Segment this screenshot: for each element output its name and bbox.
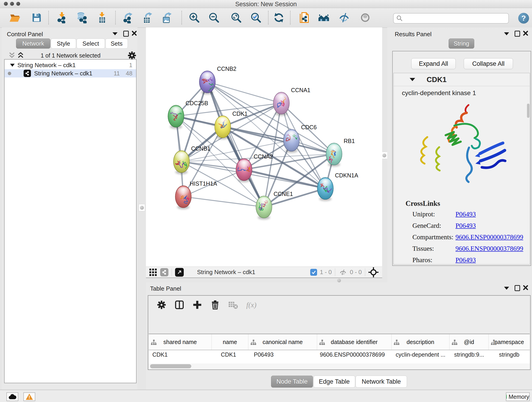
network-edge[interactable] — [264, 188, 325, 207]
hidden-eye-slash-icon[interactable] — [338, 268, 348, 276]
column-header-description[interactable]: description — [392, 334, 450, 350]
network-row-selected[interactable]: String Network – cdk1 11 48 — [5, 69, 136, 77]
panel-menu-icon[interactable] — [113, 32, 118, 35]
tab-string-results[interactable]: String — [449, 38, 474, 49]
panel-close-icon[interactable] — [523, 31, 528, 36]
scrollbar-thumb[interactable] — [150, 364, 191, 368]
network-edge[interactable] — [207, 82, 264, 207]
left-splitter-handle[interactable] — [139, 204, 145, 211]
section-collapse-icon[interactable] — [410, 78, 415, 81]
share-network-file-button[interactable] — [296, 10, 312, 26]
network-node-CCNE1[interactable]: CCNE1 — [256, 191, 293, 220]
show-columns-button[interactable] — [172, 298, 186, 312]
crosslink-value[interactable]: 9606.ENSP00000378699 — [456, 233, 530, 241]
column-header-namespace[interactable]: namespace — [489, 334, 530, 350]
refresh-view-button[interactable] — [271, 10, 287, 26]
network-node-CDKN1A[interactable]: CDKN1A — [317, 172, 358, 201]
panel-float-icon[interactable] — [515, 31, 520, 37]
hierarchy-icon — [491, 340, 496, 345]
protein-section-header[interactable]: CDK1 — [394, 73, 530, 86]
tab-network-table[interactable]: Network Table — [355, 376, 407, 388]
expand-all-button[interactable]: Expand All — [411, 58, 456, 69]
export-image-button[interactable] — [159, 10, 175, 26]
memory-button[interactable]: Memory — [506, 392, 530, 401]
visibility-button[interactable] — [357, 10, 373, 26]
add-column-button[interactable] — [190, 298, 204, 312]
zoom-in-icon — [189, 12, 200, 23]
tab-sets[interactable]: Sets — [105, 38, 128, 49]
tab-select[interactable]: Select — [76, 38, 105, 49]
grid-view-icon[interactable] — [149, 268, 157, 276]
network-edge[interactable] — [207, 82, 281, 103]
panel-menu-icon[interactable] — [504, 287, 509, 290]
panel-menu-icon[interactable] — [504, 32, 509, 35]
zoom-selected-button[interactable] — [248, 10, 264, 26]
table-horizontal-scrollbar[interactable] — [149, 364, 530, 370]
open-session-button[interactable] — [7, 10, 23, 26]
tab-node-table[interactable]: Node Table — [271, 376, 313, 388]
tab-style[interactable]: Style — [51, 38, 76, 49]
export-table-button[interactable] — [140, 10, 156, 26]
search-input[interactable] — [405, 15, 508, 22]
table-gear-button[interactable] — [155, 298, 168, 312]
network-canvas[interactable]: CCNB2CCNA1CDC25BCDK1CDC6RB1CCNB1CCNA2CDK… — [146, 27, 382, 267]
import-network-button[interactable] — [54, 10, 70, 26]
tab-edge-table[interactable]: Edge Table — [313, 376, 355, 388]
panel-close-icon[interactable] — [132, 31, 137, 36]
hide-unhide-button[interactable] — [336, 10, 352, 26]
refresh-icon — [273, 12, 284, 23]
import-table-button[interactable] — [94, 10, 110, 26]
node-label-CDK1: CDK1 — [232, 110, 248, 117]
panel-float-icon[interactable] — [515, 285, 520, 291]
export-network-button[interactable] — [120, 10, 136, 26]
network-edge[interactable] — [183, 197, 264, 207]
network-edge[interactable] — [244, 170, 325, 188]
crosslink-value[interactable]: P06493 — [456, 256, 530, 264]
delete-column-button[interactable] — [208, 298, 222, 312]
crosslink-value[interactable]: P06493 — [456, 222, 530, 230]
network-node-CCNB2[interactable]: CCNB2 — [199, 65, 236, 95]
hidden-count: 0 - 0 — [350, 269, 362, 276]
table-row[interactable]: CDK1 CDK1 P06493 9606.ENSP00000378699 cy… — [149, 350, 530, 359]
gear-icon[interactable] — [127, 51, 137, 60]
help-button[interactable]: ? — [518, 13, 529, 24]
panel-float-icon[interactable] — [123, 31, 129, 37]
home-networks-button[interactable] — [316, 10, 332, 26]
string-network-badge[interactable] — [160, 268, 168, 276]
warning-status-button[interactable]: ! — [23, 392, 35, 401]
import-network-from-database-button[interactable] — [73, 10, 89, 26]
zoom-fit-button[interactable] — [228, 10, 244, 26]
save-session-button[interactable] — [29, 10, 45, 26]
results-panel-title: Results Panel — [395, 31, 431, 38]
warning-glyph: ! — [29, 395, 30, 400]
current-network-dot — [8, 72, 11, 75]
column-header-canonical-name[interactable]: canonical name — [248, 334, 317, 350]
network-node-HIST1H1A[interactable]: HIST1H1A — [175, 180, 217, 209]
network-node-RB1[interactable]: RB1 — [326, 138, 355, 167]
crosslink-value[interactable]: P06493 — [456, 211, 530, 218]
network-node-CCNA1[interactable]: CCNA1 — [273, 87, 310, 116]
tab-network[interactable]: Network — [16, 38, 51, 49]
column-header-id[interactable]: @id — [450, 334, 489, 350]
crosshair-icon[interactable] — [368, 267, 379, 277]
app-status-bar: ! Memory — [0, 390, 532, 402]
column-header-name[interactable]: name — [212, 334, 248, 350]
import-network-icon — [56, 12, 68, 23]
column-header-database-identifier[interactable]: database identifier — [317, 334, 392, 350]
zoom-out-button[interactable] — [206, 10, 222, 26]
results-scrollbar-thumb[interactable] — [527, 104, 530, 118]
bottom-splitter-handle[interactable] — [337, 279, 341, 282]
column-header-shared-name[interactable]: shared name — [149, 334, 212, 350]
open-in-new-icon[interactable] — [175, 268, 184, 277]
cloud-status-button[interactable] — [6, 392, 18, 401]
crosslink-value[interactable]: 9606.ENSP00000378699 — [456, 245, 530, 252]
protein-description: cyclin-dependent kinase 1 — [394, 86, 530, 97]
collapse-all-button[interactable]: Collapse All — [464, 58, 513, 69]
tree-expander-icon[interactable] — [10, 64, 15, 67]
hierarchy-icon — [151, 340, 157, 345]
selected-checkbox-icon[interactable] — [310, 269, 317, 276]
zoom-in-button[interactable] — [186, 10, 202, 26]
panel-close-icon[interactable] — [523, 285, 528, 290]
network-collection-row[interactable]: String Network – cdk1 1 — [5, 61, 136, 69]
hierarchy-icon — [394, 340, 399, 345]
